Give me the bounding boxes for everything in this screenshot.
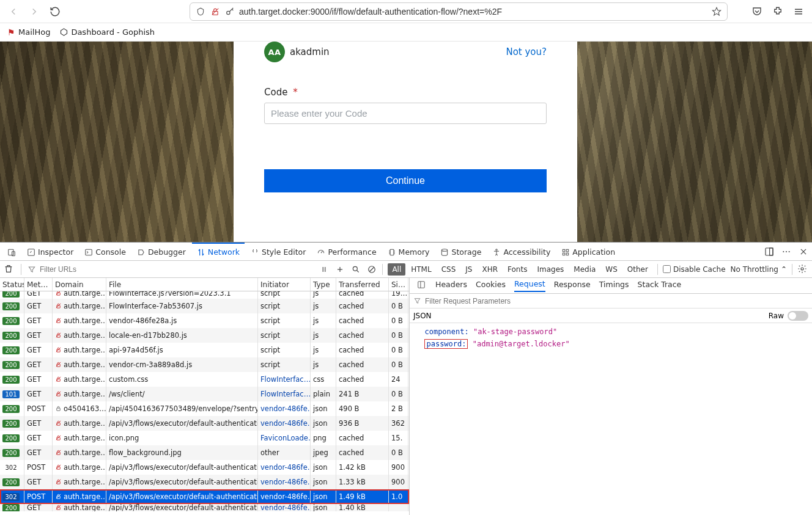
tab-memory[interactable]: Memory [383,243,435,260]
pill-ws[interactable]: WS [601,263,621,276]
tab-stack-trace[interactable]: Stack Trace [638,280,682,291]
initiator-link[interactable]: vendor-486fe… [260,419,311,428]
tab-storage[interactable]: Storage [435,243,486,260]
table-row[interactable]: 200GETauth.targe…FlowInterface.js?versio… [0,291,409,299]
hexagon-icon [59,27,68,37]
tab-console[interactable]: Console [79,243,131,260]
initiator-link[interactable]: vendor-486fe… [260,478,311,486]
code-label-text: Code [264,87,287,98]
tab-headers[interactable]: Headers [435,280,467,291]
code-input[interactable] [264,103,547,124]
network-settings-icon[interactable] [797,264,808,275]
close-devtools-button[interactable] [797,246,810,258]
table-row[interactable]: 302POSTauth.targe…/api/v3/flows/executor… [0,489,409,504]
svg-rect-10 [28,249,35,255]
tab-style-editor[interactable]: Style Editor [246,243,311,260]
add-icon[interactable] [334,264,345,275]
col-initiator[interactable]: Initiator [258,278,311,291]
tab-application[interactable]: Application [556,243,620,260]
pause-icon[interactable] [319,264,330,275]
request-filter-row [410,294,812,309]
pill-all[interactable]: All [388,263,405,276]
pill-css[interactable]: CSS [437,263,460,276]
status-badge: 200 [2,405,20,413]
tab-cookies[interactable]: Cookies [476,280,506,291]
table-row[interactable]: 200GETauth.targe…vendor-486fe28a.jsscrip… [0,313,409,328]
address-bar[interactable] [190,2,728,21]
block-icon[interactable] [366,264,377,275]
back-button[interactable] [5,3,22,20]
insecure-icon [55,346,62,354]
filter-urls-input[interactable] [40,265,113,274]
initiator-link[interactable]: FaviconLoade… [260,434,311,442]
filter-request-params-input[interactable] [425,297,808,305]
tab-debugger[interactable]: Debugger [132,243,191,260]
extensions-icon[interactable] [769,3,786,20]
initiator-link[interactable]: vendor-486fe… [260,504,311,511]
pill-js[interactable]: JS [461,263,476,276]
col-status[interactable]: Status [0,278,24,291]
pill-other[interactable]: Other [623,263,652,276]
pill-xhr[interactable]: XHR [478,263,502,276]
pill-fonts[interactable]: Fonts [503,263,531,276]
kebab-menu-icon[interactable] [780,246,792,258]
bookmark-mailhog[interactable]: ⚑ MailHog [6,27,50,37]
pocket-icon[interactable] [748,3,766,20]
table-row[interactable]: 200GETauth.targe…vendor-cm-3a889a8d.jssc… [0,357,409,372]
table-row[interactable]: 200GETauth.targe…/api/v3/flows/executor/… [0,504,409,511]
shield-icon [195,6,206,17]
initiator-link[interactable]: vendor-486fe… [260,463,311,472]
search-icon[interactable] [350,264,361,275]
initiator-link[interactable]: FlowInterfac… [260,375,311,384]
bookmark-gophish[interactable]: Dashboard - Gophish [59,27,155,37]
bookmark-star-icon[interactable] [711,6,722,17]
responsive-mode-button[interactable] [2,243,21,260]
table-row[interactable]: 200GETauth.targe…/api/v3/flows/executor/… [0,416,409,431]
throttling-select[interactable]: No Throttling ⌃ [731,265,787,274]
table-row[interactable]: 200POSTo4504163…/api/4504163677503489/en… [0,401,409,416]
pill-images[interactable]: Images [533,263,568,276]
col-size[interactable]: Si… [389,278,408,291]
initiator-link[interactable]: FlowInterfac… [260,390,311,398]
toggle-sidebar-icon[interactable] [416,280,427,291]
table-row[interactable]: 200GETauth.targe…custom.cssFlowInterfac…… [0,372,409,387]
insecure-icon [55,464,62,471]
table-row[interactable]: 200GETauth.targe…locale-en-d17bb280.jssc… [0,328,409,343]
table-row[interactable]: 302POSTauth.targe…/api/v3/flows/executor… [0,460,409,475]
status-badge: 200 [2,346,20,354]
table-row[interactable]: 101GETauth.targe…/ws/client/FlowInterfac… [0,387,409,401]
initiator-link[interactable]: vendor-486fe… [260,404,311,413]
not-you-link[interactable]: Not you? [506,46,547,57]
table-row[interactable]: 200GETauth.targe…FlowInterface-7ab53607.… [0,299,409,313]
continue-button[interactable]: Continue [264,169,547,192]
clear-button[interactable] [4,264,15,275]
col-file[interactable]: File [106,278,258,291]
col-method[interactable]: Met… [24,278,53,291]
initiator-link[interactable]: vendor-486fe… [260,492,311,501]
tab-performance[interactable]: Performance [312,243,381,260]
tab-request[interactable]: Request [514,279,545,292]
col-domain[interactable]: Domain [53,278,106,291]
table-row[interactable]: 200GETauth.targe…api-97a4d56f.jsscriptjs… [0,343,409,357]
tab-inspector[interactable]: Inspector [22,243,78,260]
tab-network[interactable]: Network [192,243,245,260]
tab-timings[interactable]: Timings [599,280,629,291]
col-type[interactable]: Type [311,278,336,291]
pill-media[interactable]: Media [569,263,600,276]
disable-cache-checkbox[interactable]: Disable Cache [663,265,726,274]
table-row[interactable]: 200GETauth.targe…flow_background.jpgothe… [0,445,409,460]
table-row[interactable]: 200GETauth.targe…/api/v3/flows/executor/… [0,475,409,489]
tab-response[interactable]: Response [554,280,591,291]
reload-button[interactable] [46,3,64,20]
url-input[interactable] [239,7,707,16]
menu-icon[interactable] [790,3,807,20]
table-row[interactable]: 200GETauth.targe…icon.pngFaviconLoade…pn… [0,431,409,445]
raw-toggle[interactable] [788,311,808,321]
pill-html[interactable]: HTML [407,263,435,276]
disable-cache-input[interactable] [663,265,671,273]
col-transferred[interactable]: Transferred [336,278,389,291]
dock-button[interactable] [763,246,775,258]
devtools-panel: Inspector Console Debugger Network Style… [0,242,812,515]
forward-button[interactable] [26,3,43,20]
tab-accessibility[interactable]: Accessibility [487,243,555,260]
